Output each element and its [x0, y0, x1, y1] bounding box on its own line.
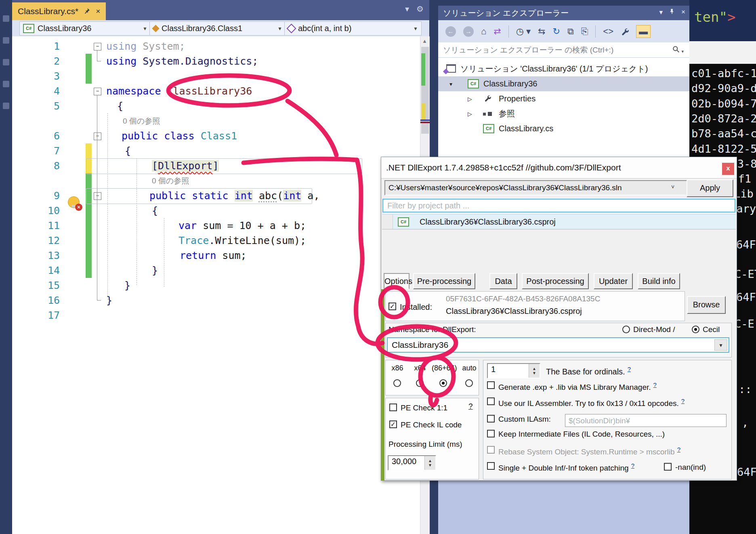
line-number: 15: [24, 278, 60, 293]
terminal-text-fragment: ::: [739, 383, 752, 395]
tab-data[interactable]: Data: [489, 273, 517, 289]
keep-intermediate-files-label: Keep Intermediate Files (IL Code, Resour…: [498, 430, 665, 439]
project-dropdown[interactable]: C# ClassLibrary36 ▼: [19, 21, 151, 36]
platform-radio-x86[interactable]: [393, 379, 401, 387]
chevron-down-icon: ▼: [413, 26, 418, 32]
pin-icon[interactable]: [84, 7, 90, 16]
spinner-arrows-icon[interactable]: ▲▼: [424, 456, 435, 470]
show-all-files-icon[interactable]: ⎘: [581, 26, 588, 37]
dllexport-dialog: .NET DllExport 1.7.4.29858+c1cc52f //git…: [381, 157, 737, 481]
codelens-references[interactable]: 0 個の参照: [123, 114, 160, 128]
tree-item--classlibrary36-1-1-[interactable]: ソリューション 'ClassLibrary36' (1/1 プロジェクト): [438, 61, 689, 76]
member-dropdown[interactable]: abc(int a, int b) ▼: [284, 21, 422, 36]
back-icon[interactable]: ←: [445, 26, 456, 37]
filter-project-input[interactable]: Filter by project path ...: [382, 199, 735, 212]
scroll-mark-caret: [420, 122, 430, 123]
dialog-titlebar[interactable]: .NET DllExport 1.7.4.29858+c1cc52f //git…: [381, 157, 737, 179]
cecil-radio[interactable]: [692, 326, 699, 333]
view-code-icon[interactable]: <>: [603, 26, 613, 37]
close-tab-icon[interactable]: ×: [96, 7, 100, 16]
editor-options-gear-icon[interactable]: ⚙: [416, 4, 424, 14]
tab-post-processing[interactable]: Post-processing: [522, 273, 589, 289]
fold-collapse-box[interactable]: −: [94, 132, 101, 140]
collapsed-arrow-icon[interactable]: ▷: [468, 111, 472, 117]
help-link[interactable]: ?: [468, 402, 473, 411]
refresh-icon[interactable]: ↻: [553, 26, 560, 37]
editor-navigation-bar: C# ClassLibrary36 ▼ ClassLibrary36.Class…: [12, 20, 429, 37]
installed-checkbox[interactable]: ✓: [388, 303, 396, 310]
code-text-area[interactable]: − − − − × 1using System;2using System.Di…: [12, 36, 429, 534]
platform-radio-8664[interactable]: [439, 379, 447, 387]
tab-updater[interactable]: Updater: [594, 273, 633, 289]
left-edge-glyph: [3, 103, 9, 109]
codelens-references[interactable]: 0 個の参照: [152, 173, 189, 188]
spinner-arrows-icon[interactable]: ▲▼: [529, 364, 540, 378]
pending-changes-filter-icon[interactable]: ◷ ▾: [516, 26, 531, 37]
processing-limit-spinner[interactable]: 30,000 ▲▼: [388, 455, 436, 471]
forward-icon[interactable]: →: [463, 26, 474, 37]
help-link[interactable]: ?: [628, 366, 631, 372]
tree-item-classlibrary36[interactable]: ▾C#ClassLibrary36: [438, 76, 689, 91]
tab-pre-processing[interactable]: Pre-processing: [413, 273, 475, 289]
sync-with-active-document-icon[interactable]: ⇆: [538, 26, 545, 37]
project-row-path: ClassLibrary36¥ClassLibrary36.csproj: [420, 217, 556, 227]
project-list-row[interactable]: C# ClassLibrary36¥ClassLibrary36.csproj: [382, 214, 736, 229]
help-link[interactable]: ?: [681, 397, 685, 404]
search-icon[interactable]: ▾: [672, 46, 684, 55]
generate-exp-lib-checkbox[interactable]: [487, 381, 495, 389]
use-il-assembler-checkbox[interactable]: [487, 397, 495, 405]
tab-classlibrary-cs[interactable]: ClassLibrary.cs* ×: [12, 2, 106, 20]
toolbar-separator: [595, 25, 596, 38]
ordinals-base-label: The Base for ordinals.?: [546, 366, 631, 376]
preview-selected-items-icon[interactable]: ▬: [636, 25, 651, 38]
scroll-up-arrow-icon[interactable]: ▲: [422, 38, 427, 44]
platform-radio-auto[interactable]: [465, 379, 473, 387]
help-link[interactable]: ?: [631, 462, 634, 469]
panel-pin-icon[interactable]: [669, 8, 675, 17]
tab-build-info[interactable]: Build info: [638, 273, 680, 289]
direct-mod-radio[interactable]: [622, 326, 630, 333]
solution-path-combobox[interactable]: C:¥Users¥master¥source¥repos¥ClassLibrar…: [384, 180, 687, 196]
references-icon: [483, 111, 492, 117]
fold-collapse-box[interactable]: −: [94, 88, 101, 95]
rebase-system-object-checkbox[interactable]: [487, 446, 495, 454]
fold-collapse-box[interactable]: −: [94, 43, 101, 50]
expanded-arrow-icon[interactable]: ▾: [449, 81, 452, 87]
custom-ilasm-checkbox[interactable]: [487, 415, 495, 423]
switch-views-icon[interactable]: ⇄: [494, 26, 501, 37]
platform-radio-x64[interactable]: [416, 379, 424, 387]
inf-token-patching-checkbox[interactable]: [487, 462, 495, 470]
solution-explorer-titlebar[interactable]: ソリューション エクスプローラー ▾ ×: [438, 6, 689, 20]
document-dropdown-icon[interactable]: ▾: [405, 4, 409, 14]
dialog-close-button[interactable]: x: [722, 163, 734, 175]
code-line-7: {: [125, 143, 131, 158]
tree-item-classlibrary-cs[interactable]: C#ClassLibrary.cs: [438, 121, 689, 136]
solution-explorer-search-input[interactable]: ソリューション エクスプローラー の検索 (Ctrl+:): [438, 42, 689, 58]
collapse-all-icon[interactable]: ⧉: [567, 26, 574, 37]
type-dropdown[interactable]: ClassLibrary36.Class1 ▼: [149, 21, 286, 36]
panel-close-icon[interactable]: ×: [681, 8, 685, 17]
nan-ind-checkbox[interactable]: [664, 463, 672, 471]
apply-button[interactable]: Apply: [687, 179, 733, 197]
tab-options[interactable]: Options: [384, 273, 410, 289]
code-line-13: return sum;: [180, 248, 247, 263]
browse-button[interactable]: Browse: [687, 296, 726, 314]
home-icon[interactable]: ⌂: [481, 26, 486, 37]
help-link[interactable]: ?: [653, 381, 657, 388]
keep-intermediate-files-checkbox[interactable]: [487, 430, 495, 437]
chevron-down-icon[interactable]: ▼: [714, 339, 727, 351]
custom-ilasm-input[interactable]: $(SolutionDir)bin¥: [565, 414, 727, 427]
error-badge-icon: ×: [75, 204, 82, 211]
platform-label-auto: auto: [458, 364, 481, 372]
panel-dropdown-icon[interactable]: ▾: [659, 8, 663, 17]
properties-icon[interactable]: [621, 27, 629, 36]
namespace-combobox[interactable]: ClassLibrary36 ▼: [387, 337, 729, 353]
ordinals-base-spinner[interactable]: 1 ▲▼: [487, 363, 540, 378]
help-link[interactable]: ?: [677, 446, 680, 453]
pe-check-11-checkbox[interactable]: [389, 404, 397, 411]
tree-item-properties[interactable]: ▷Properties: [438, 91, 689, 106]
tree-item--[interactable]: ▷参照: [438, 106, 689, 121]
line-number: 12: [24, 233, 60, 248]
pe-check-il-checkbox[interactable]: ✓: [389, 420, 397, 428]
collapsed-arrow-icon[interactable]: ▷: [468, 96, 472, 102]
